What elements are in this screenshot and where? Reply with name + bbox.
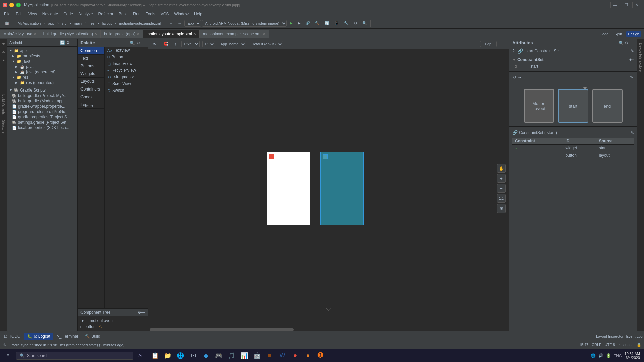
palette-cat-buttons[interactable]: Buttons (78, 62, 104, 70)
component-tree-minimize-btn[interactable]: — (141, 310, 145, 315)
taskbar-app-intellij[interactable]: 🅘 (315, 350, 327, 362)
structure-icon[interactable]: Structure (1, 119, 6, 135)
canvas-zoom-in-btn[interactable]: + (497, 174, 506, 183)
tree-item-settings[interactable]: 🐘 settings.gradle (Project Set... (7, 120, 77, 125)
search-everywhere-btn[interactable]: 🔍 (360, 20, 369, 26)
run-debug[interactable]: ▶ (296, 20, 302, 26)
minimize-button[interactable]: — (9, 3, 14, 7)
motion-forward-btn[interactable]: → (518, 75, 522, 80)
taskbar-app-red[interactable]: ● (289, 350, 301, 362)
tray-battery-icon[interactable]: 🔋 (606, 353, 611, 358)
motion-down-btn[interactable]: ↓ (523, 75, 525, 80)
device-file-explorer-icon[interactable]: Device File Explorer (638, 42, 643, 74)
build-btn[interactable]: 🔨 (313, 20, 322, 26)
canvas-theme-select[interactable]: AppTheme (218, 41, 246, 47)
canvas-align-btn[interactable]: ⊹ (499, 41, 506, 47)
motion-refresh-btn[interactable]: ↺ (513, 75, 516, 80)
taskbar-app-edge[interactable]: 🌐 (174, 350, 186, 362)
taskbar-app-brown[interactable]: ■ (264, 350, 276, 362)
palette-cat-containers[interactable]: Containers (78, 85, 104, 93)
tab-motion-layout-close[interactable]: ✕ (193, 32, 196, 36)
tree-item-app[interactable]: ▼ 📁 app (7, 48, 77, 53)
canvas-api-select[interactable]: P (202, 41, 215, 47)
menu-vcs[interactable]: VCS (158, 11, 172, 17)
palette-cat-widgets[interactable]: Widgets (78, 70, 104, 78)
menu-edit[interactable]: Edit (13, 11, 25, 17)
palette-item-recyclerview[interactable]: ≡ RecyclerView (105, 67, 148, 74)
tab-motion-scene[interactable]: motionlayoutexample_scene.xml ✕ (200, 30, 269, 38)
tree-item-gradle[interactable]: ▼ 🐘 Gradle Scripts (7, 87, 77, 93)
tab-build-gradle-proj-close[interactable]: ✕ (94, 32, 97, 36)
tree-item-manifests[interactable]: ▶ 📁 manifests (7, 53, 77, 59)
palette-cat-legacy[interactable]: Legacy (78, 101, 104, 109)
run-button[interactable]: ▶ (288, 20, 294, 26)
breadcrumb-src[interactable]: src (60, 21, 69, 26)
component-tree-settings-btn[interactable]: ⚙ (138, 310, 141, 315)
canvas-locale-select[interactable]: Default (en-us) (249, 41, 283, 47)
tree-item-gradle-proj[interactable]: 🐘 build.gradle (Project: MyA... (7, 93, 77, 98)
bottom-tab-terminal[interactable]: >_ Terminal (54, 333, 81, 340)
sidebar-minimize-btn[interactable]: — (71, 40, 75, 45)
design-view-btn[interactable]: Design (626, 31, 641, 37)
taskbar-app-word[interactable]: W (276, 350, 288, 362)
constraint-edit-btn[interactable]: ✎ (631, 130, 634, 135)
menu-navigate[interactable]: Navigate (40, 11, 61, 17)
attributes-search-btn[interactable]: 🔍 (619, 41, 624, 45)
ct-item-button[interactable]: □ button ⚠ (78, 324, 148, 330)
tree-item-java-gen[interactable]: ▶ ☕ java (generated) (7, 69, 77, 75)
attr-pencil-btn[interactable]: ✎ (631, 49, 634, 53)
tab-build-gradle-app[interactable]: build.gradle (app) ✕ (101, 30, 143, 38)
canvas-eye-btn[interactable]: 👁 (151, 41, 159, 47)
bottom-tab-logcat[interactable]: 🐛 6: Logcat (24, 333, 53, 340)
tab-main-activity-close[interactable]: ✕ (34, 32, 36, 36)
code-view-btn[interactable]: Code (598, 31, 610, 37)
breadcrumb-main[interactable]: main (72, 21, 84, 26)
sdk-btn[interactable]: 🔧 (342, 20, 351, 26)
toolbar-android-icon[interactable]: 🤖 (3, 20, 11, 26)
cs-add-btn[interactable]: + (629, 57, 632, 62)
menu-window[interactable]: Window (171, 11, 191, 17)
taskbar-app-blue[interactable]: ◆ (200, 350, 212, 362)
menu-view[interactable]: View (25, 11, 40, 17)
constraint-row-1[interactable]: button layout (512, 152, 634, 159)
tray-time[interactable]: 10:51 AM 6/4/2020 (625, 352, 640, 360)
tree-item-local[interactable]: 📄 local.properties (SDK Loca... (7, 125, 77, 130)
canvas-content[interactable]: ✋ + − 1:1 ⊞ (148, 49, 509, 328)
palette-item-textview[interactable]: Ab TextView (105, 47, 148, 54)
tab-motion-scene-close[interactable]: ✕ (263, 32, 265, 36)
tray-network-icon[interactable]: 🌐 (591, 353, 596, 358)
taskbar-app-taskmgr[interactable]: 📋 (149, 350, 161, 362)
maximize-button[interactable]: ☐ (16, 3, 21, 7)
scrollbar-thumb[interactable] (150, 328, 294, 331)
canvas-magnet-btn[interactable]: 🧲 (161, 41, 170, 47)
tree-item-res[interactable]: ▼ 📁 res (7, 75, 77, 80)
palette-search-btn[interactable]: 🔍 (130, 41, 135, 45)
project-icon[interactable]: P (1, 42, 6, 47)
menu-refactor[interactable]: Refactor (96, 11, 116, 17)
close-button[interactable]: ✕ (3, 3, 7, 7)
canvas-zoom-out-btn[interactable]: − (497, 184, 506, 193)
motion-box-end[interactable]: end (592, 89, 623, 123)
win-close-btn[interactable]: ✕ (632, 2, 641, 8)
palette-item-imageview[interactable]: ⬚ ImageView (105, 60, 148, 67)
canvas-hand-btn[interactable]: ✋ (497, 164, 506, 173)
tree-item-proguard[interactable]: 📄 proguard-rules.pro (ProGu... (7, 109, 77, 114)
status-encoding[interactable]: UTF-8 (605, 343, 615, 347)
sidebar-sync-btn[interactable]: 🔄 (60, 40, 65, 45)
device-select[interactable]: app (184, 20, 201, 27)
attributes-settings-btn[interactable]: ⚙ (625, 41, 629, 45)
palette-cat-google[interactable]: Google (78, 93, 104, 101)
taskbar-app-orange[interactable]: ● (302, 350, 314, 362)
tray-volume-icon[interactable]: 🔊 (598, 353, 603, 358)
taskbar-app-studio[interactable]: 🤖 (251, 350, 263, 362)
cortana-button[interactable]: Ai (134, 350, 146, 362)
device-type[interactable]: Android ARM Nougat (Missing system image… (202, 20, 287, 27)
build-variants-icon[interactable]: Build Variants (1, 93, 6, 116)
tab-build-gradle-app-close[interactable]: ✕ (137, 32, 139, 36)
menu-tools[interactable]: Tools (143, 11, 158, 17)
attributes-minimize-btn[interactable]: — (630, 41, 634, 45)
canvas-fit-btn[interactable]: ⊞ (497, 204, 506, 213)
menu-analyze[interactable]: Analyze (76, 11, 96, 17)
menu-code[interactable]: Code (61, 11, 76, 17)
taskbar-app-explorer[interactable]: 📁 (162, 350, 174, 362)
